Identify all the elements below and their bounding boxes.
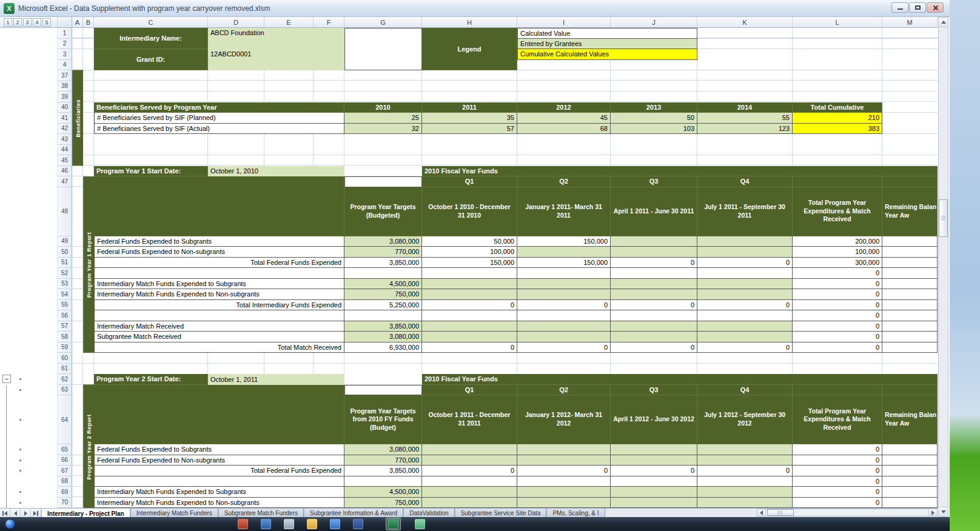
target-cell[interactable]: 3,080,000 [344,332,422,342]
row-header[interactable]: 67 [58,466,72,476]
entry-cell[interactable] [517,247,611,258]
cell[interactable] [882,300,938,311]
cell[interactable] [882,310,938,321]
value-cell[interactable]: 150,000 [422,258,517,269]
cell[interactable] [422,310,517,321]
row-header[interactable]: 37 [58,70,72,81]
entry-cell[interactable] [611,487,697,498]
value-cell[interactable]: 0 [697,466,793,476]
taskbar-app-icon[interactable] [238,519,248,529]
entry-cell[interactable] [422,321,517,332]
row-label[interactable]: Intermediary Match Received [94,321,344,332]
entry-cell[interactable] [697,247,793,258]
column-header-A[interactable]: A [72,17,83,28]
cell[interactable] [882,289,938,300]
tab-subgrantee-information-award[interactable]: Subgrantee Information & Award [304,509,403,517]
row-label[interactable]: # Beneficiaries Served by SIF (Actual) [94,124,344,135]
row-header[interactable]: 65 [58,444,72,455]
row-header[interactable]: 3 [58,49,72,60]
entry-cell[interactable] [611,444,697,455]
cell[interactable] [882,466,938,476]
entry-cell[interactable] [697,487,793,498]
minimize-button[interactable] [891,2,908,13]
entry-cell[interactable] [422,289,517,300]
py1-header-q2-range[interactable]: January 1 2011- March 31 2011 [517,187,611,236]
taskbar-app-icon[interactable] [284,519,294,529]
cumulative-total-cell[interactable]: 383 [793,124,882,135]
column-header-K[interactable]: K [697,17,793,28]
cell[interactable] [344,385,422,396]
entry-cell[interactable] [697,444,793,455]
cell[interactable] [882,332,938,342]
column-header-I[interactable]: I [517,17,611,28]
total-cell[interactable]: 0 [793,310,882,321]
quarter-header[interactable]: Q1 [422,385,517,396]
value-cell[interactable]: 0 [611,466,697,476]
column-header-M[interactable]: M [882,17,938,28]
total-row-label[interactable]: Total Federal Funds Expended [94,258,344,269]
tab-subgrantee-match-funders[interactable]: Subgrantee Match Funders [218,509,304,517]
py2-header-targets[interactable]: Program Year Targets from 2010 FY Funds … [344,395,422,444]
cell[interactable] [697,476,793,487]
total-cell[interactable]: 0 [793,487,882,498]
year-header[interactable]: 2011 [422,102,517,113]
py1-header-q4-range[interactable]: July 1 2011 - September 30 2011 [697,187,793,236]
select-all-corner[interactable] [58,17,72,28]
entry-cell[interactable] [697,279,793,290]
total-cell[interactable]: 0 [793,332,882,342]
py2-header-remaining-balance[interactable]: Remaining Balan Year Aw [882,395,938,444]
cell[interactable] [422,476,517,487]
row-header[interactable]: 45 [58,155,72,166]
previous-sheet-button[interactable] [10,509,21,517]
outline-level-5[interactable]: 5 [42,18,51,27]
column-header-G[interactable]: G [344,17,422,28]
total-cell[interactable]: 0 [793,455,882,466]
row-header[interactable]: 1 [58,28,72,39]
row-header[interactable]: 48 [58,187,72,236]
row-label[interactable]: Federal Funds Expended to Non-subgrants [94,455,344,466]
row-header[interactable]: 49 [58,236,72,247]
row-header[interactable]: 61 [58,364,72,375]
target-cell[interactable]: 3,080,000 [344,236,422,247]
row-header[interactable]: 47 [58,176,72,187]
quarter-header[interactable]: Q4 [697,385,793,396]
value-cell[interactable]: 0 [422,300,517,311]
next-sheet-button[interactable] [21,509,31,517]
row-header[interactable]: 44 [58,145,72,156]
beneficiaries-table-title[interactable]: Beneficiaries Served by Program Year [94,102,344,113]
row-label[interactable]: Subgrantee Match Received [94,332,344,342]
column-header-D[interactable]: D [208,17,264,28]
py1-fiscal-year-title[interactable]: 2010 Fiscal Year Funds [422,166,938,177]
quarter-header[interactable]: Q4 [697,176,793,187]
row-label[interactable]: Intermediary Match Funds Expended to Sub… [94,279,344,290]
py2-header-q3-range[interactable]: April 1 2012 - June 30 2012 [611,395,697,444]
total-cumulative-header[interactable]: Total Cumulative [793,102,882,113]
cell[interactable] [882,487,938,498]
outline-level-2[interactable]: 2 [13,18,22,27]
value-cell[interactable]: 150,000 [517,258,611,269]
cell[interactable] [94,385,344,445]
value-cell[interactable]: 35 [422,113,517,124]
cumulative-total-cell[interactable]: 210 [793,113,882,124]
value-cell[interactable]: 45 [517,113,611,124]
entry-cell[interactable] [697,289,793,300]
row-header[interactable]: 53 [58,279,72,290]
cell[interactable] [94,476,344,487]
horizontal-scroll-thumb[interactable] [767,509,794,516]
value-cell[interactable]: 3,850,000 [344,258,422,269]
quarter-header[interactable]: Q3 [611,385,697,396]
outline-level-3[interactable]: 3 [23,18,32,27]
cell[interactable] [882,258,938,269]
target-cell[interactable]: 770,000 [344,455,422,466]
entry-cell[interactable] [517,279,611,290]
cell[interactable] [94,268,344,279]
cell[interactable] [611,476,697,487]
cell[interactable] [344,268,422,279]
year-header[interactable]: 2014 [697,102,793,113]
row-header[interactable]: 62 [58,374,72,385]
column-header-J[interactable]: J [611,17,697,28]
row-label[interactable]: Intermediary Match Funds Expended to Non… [94,498,344,509]
row-header[interactable]: 38 [58,81,72,92]
folder-icon[interactable] [307,519,317,529]
target-cell[interactable]: 750,000 [344,498,422,509]
